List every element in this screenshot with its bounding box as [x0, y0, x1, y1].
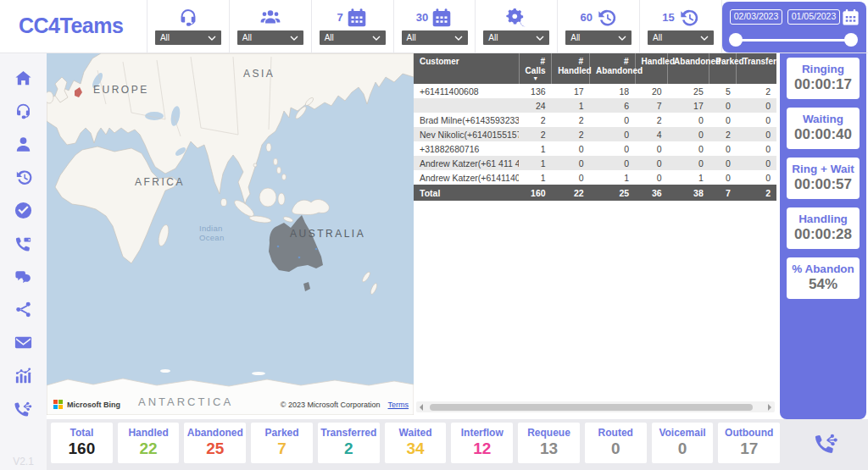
table-row[interactable]: Nev Nikolic(+61401551571)2204020 [414, 127, 776, 141]
filter-dropdown[interactable]: All [320, 30, 386, 45]
phone-network-icon [14, 399, 33, 418]
total-cell: 2 [737, 185, 776, 201]
column-header-transfered[interactable]: Transfered [737, 53, 776, 84]
filter-dropdown[interactable]: All [237, 30, 303, 45]
stat-label: Abandoned [184, 427, 246, 439]
stat-label: Total [51, 427, 113, 439]
phone-tag-icon [14, 234, 33, 253]
table-cell: 0 [590, 113, 636, 127]
scrollbar-thumb[interactable] [430, 404, 753, 411]
table-cell: 2 [519, 113, 552, 127]
kpi-card-ring-wait: Ring + Wait00:00:57 [787, 158, 860, 199]
date-start-input[interactable]: 02/03/2023 [730, 9, 782, 25]
table-cell: 0 [709, 113, 737, 127]
outbound-call-button[interactable] [785, 423, 868, 463]
calendar-icon[interactable] [841, 8, 860, 30]
total-cell: Total [414, 185, 519, 201]
column-header-abandoned[interactable]: Abandoned [668, 53, 709, 84]
table-row[interactable]: +614114006081361718202552 [414, 84, 776, 98]
table-cell: 1 [552, 98, 590, 113]
sidebar-item-agents[interactable] [13, 101, 35, 121]
table-row[interactable]: Andrew Katzer(+61411400608)1010100 [414, 170, 776, 185]
map-label-asia: ASIA [243, 68, 275, 80]
stat-label: Interflow [451, 427, 513, 439]
terms-link[interactable]: Terms [388, 401, 409, 409]
table-cell: 0 [668, 113, 709, 127]
scroll-right-icon[interactable] [768, 404, 771, 411]
sidebar-item-mail[interactable] [13, 332, 35, 352]
table-cell: 0 [709, 170, 737, 185]
gear-moon-icon [505, 7, 527, 29]
sidebar-item-call-routing[interactable] [13, 398, 35, 418]
stat-label: Requeue [518, 427, 580, 439]
date-end-input[interactable]: 01/05/2023 [787, 9, 840, 25]
sidebar-item-home[interactable] [13, 68, 35, 88]
filter-dropdown[interactable]: All [402, 30, 468, 45]
table-row[interactable]: Andrew Katzer(+61 411 400 608)1000000 [414, 156, 776, 170]
total-cell: 25 [590, 185, 636, 201]
sidebar-item-history[interactable] [13, 167, 35, 187]
sidebar-item-statistics[interactable] [13, 365, 35, 385]
sidebar-item-call-tags[interactable] [13, 233, 35, 253]
table-cell: 0 [668, 141, 709, 156]
table-header-row: Customer# Calls▼# Handled# AbandonedHand… [414, 53, 776, 84]
table-cell: 0 [668, 156, 709, 170]
table-cell: 0 [709, 98, 737, 113]
column-header-handled[interactable]: # Handled [552, 53, 590, 84]
table-cell: 7 [635, 98, 668, 113]
table-cell: 1 [668, 170, 709, 185]
chevron-down-icon [208, 36, 216, 41]
total-cell: 22 [552, 185, 590, 201]
table-cell: 1 [519, 156, 552, 170]
table-cell: 2 [552, 127, 590, 141]
filter-value: All [570, 33, 580, 42]
filter-dropdown[interactable]: All [565, 30, 632, 45]
slider-handle-start[interactable] [729, 33, 743, 47]
sidebar-item-share[interactable] [13, 299, 35, 319]
stat-value: 25 [184, 440, 246, 458]
app-logo: CC4Teams [19, 14, 123, 38]
filter-group-2: All [229, 0, 311, 53]
table-cell: 0 [737, 98, 776, 113]
calendar-icon [346, 7, 368, 29]
history-clock-icon [14, 168, 33, 187]
slider-handle-end[interactable] [844, 33, 858, 47]
table-cell: 0 [668, 127, 709, 141]
table-row[interactable]: +318826807161000000 [414, 141, 776, 156]
table-row[interactable]: 241671700 [414, 98, 776, 113]
sidebar-item-chat[interactable] [13, 266, 35, 286]
map-label-africa: AFRICA [135, 176, 185, 188]
total-cell: 7 [709, 185, 737, 201]
kpi-value: 00:00:40 [788, 126, 858, 143]
column-header-abandoned[interactable]: # Abandoned [590, 53, 636, 84]
table-row[interactable]: Brad Milne(+61435932332)2202000 [414, 113, 776, 127]
column-label: Handled [642, 57, 662, 66]
filter-dropdown[interactable]: All [155, 30, 221, 45]
column-label: # Calls [526, 57, 546, 75]
logo-light: Teams [60, 14, 124, 37]
column-header-customer[interactable]: Customer [414, 53, 519, 84]
column-header-calls[interactable]: # Calls▼ [519, 53, 552, 84]
kpi-card--abandon: % Abandon54% [787, 257, 860, 299]
stat-card-outbound: Outbound17 [718, 423, 780, 463]
table-cell: 0 [709, 141, 737, 156]
filter-dropdown[interactable]: All [648, 30, 714, 45]
stat-label: Parked [251, 427, 313, 439]
table-cell: 0 [552, 141, 590, 156]
table-cell: 6 [590, 98, 636, 113]
stat-card-transferred: Transferred2 [318, 423, 380, 463]
table-cell: 1 [590, 170, 636, 185]
sidebar-item-completed[interactable] [13, 200, 35, 220]
sidebar-item-users[interactable] [13, 134, 35, 154]
table-cell: 0 [552, 170, 590, 185]
bing-logo-text: Microsoft Bing [67, 401, 120, 409]
stat-label: Handled [118, 427, 180, 439]
horizontal-scrollbar[interactable] [416, 401, 775, 412]
world-map[interactable]: EUROPE ASIA AFRICA AUSTRALIA ANTARCTICA … [47, 53, 414, 415]
total-cell: 38 [668, 185, 709, 201]
scroll-left-icon[interactable] [420, 404, 423, 411]
column-label: # Handled [558, 57, 583, 75]
table-cell: 136 [519, 84, 552, 98]
filter-dropdown[interactable]: All [483, 30, 549, 45]
stat-label: Outbound [718, 427, 780, 439]
